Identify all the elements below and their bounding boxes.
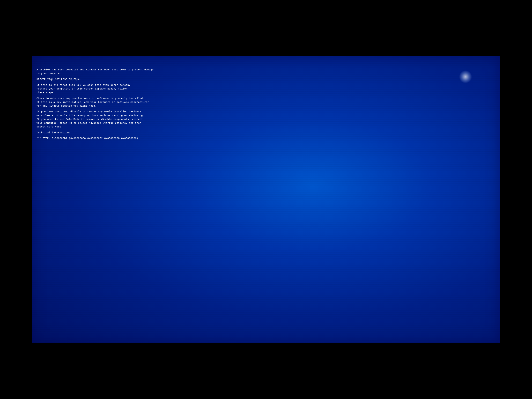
line6: these steps:: [37, 91, 495, 95]
line2: to your computer.: [37, 72, 495, 76]
text-spacer: [37, 129, 495, 131]
line15: Technical information:: [37, 131, 495, 135]
line12: If you need to use Safe Mode to remove o…: [37, 118, 495, 121]
line4: If this is the first time you've seen th…: [37, 83, 495, 87]
bsod-screen: A problem has been detected and windows …: [32, 56, 500, 343]
text-spacer: [37, 95, 495, 97]
line16: *** STOP: 0x000000D1 (0x00000000,0x00000…: [37, 137, 495, 140]
line11: or software. Disable BIOS memory options…: [37, 114, 495, 118]
line7: Check to make sure any new hardware or s…: [37, 97, 495, 100]
text-spacer: [37, 76, 495, 78]
text-spacer: [37, 108, 495, 110]
line8: If this is a new installation, ask your …: [37, 100, 495, 104]
line10: If problems continue, disable or remove …: [37, 110, 495, 114]
line1: A problem has been detected and windows …: [37, 68, 495, 72]
line14: select Safe Mode.: [37, 125, 495, 129]
line3: DRIVER_IRQL_NOT_LESS_OR_EQUAL: [37, 78, 495, 81]
line5: restart your computer. If this screen ap…: [37, 87, 495, 91]
line13: your computer, press F8 to select Advanc…: [37, 121, 495, 125]
bsod-text-content: A problem has been detected and windows …: [37, 60, 495, 140]
line9: for any windows updates you might need.: [37, 104, 495, 108]
text-spacer: [37, 135, 495, 137]
text-spacer: [37, 81, 495, 83]
